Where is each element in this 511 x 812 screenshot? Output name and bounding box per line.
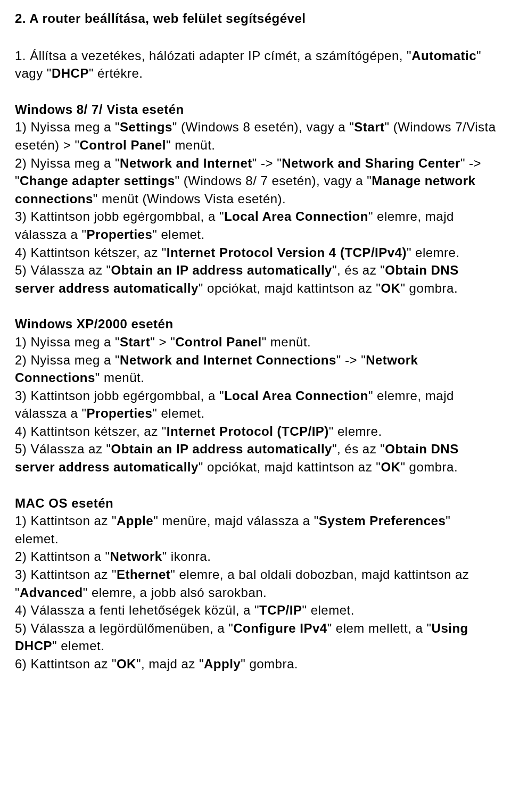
winxp-s3: 3) Kattintson jobb egérgombbal, a "Local… xyxy=(15,387,497,422)
t: " elemre. xyxy=(329,424,382,438)
t: 4) Válassza a fenti lehetőségek közül, a… xyxy=(15,603,259,617)
mac-s5: 5) Válassza a legördülőmenüben, a "Confi… xyxy=(15,619,497,655)
t: 3) Kattintson jobb egérgombbal, a " xyxy=(15,388,224,403)
b: OK xyxy=(381,460,400,474)
b: Obtain an IP address automatically xyxy=(111,263,332,277)
t: " menüt. xyxy=(95,370,145,385)
winxp-s4: 4) Kattintson kétszer, az "Internet Prot… xyxy=(15,422,497,441)
t: " (Windows 8/ 7 esetén), vagy a " xyxy=(175,173,372,188)
win87-block: Windows 8/ 7/ Vista esetén 1) Nyissa meg… xyxy=(15,101,497,297)
b: Internet Protocol Version 4 (TCP/IPv4) xyxy=(167,245,407,260)
intro-paragraph: 1. Állítsa a vezetékes, hálózati adapter… xyxy=(15,47,497,82)
t: " gombra. xyxy=(241,657,298,671)
b: Network and Internet Connections xyxy=(120,353,336,367)
mac-s2: 2) Kattintson a "Network" ikonra. xyxy=(15,548,497,566)
t: " elemet. xyxy=(152,406,204,420)
t: " menüt. xyxy=(262,335,311,349)
b: Control Panel xyxy=(79,138,166,152)
win87-heading: Windows 8/ 7/ Vista esetén xyxy=(15,101,497,119)
b: Network xyxy=(110,549,162,564)
win87-s2: 2) Nyissa meg a "Network and Internet" -… xyxy=(15,154,497,208)
win87-s5: 5) Válassza az "Obtain an IP address aut… xyxy=(15,261,497,297)
t: 2) Nyissa meg a " xyxy=(15,353,120,367)
win87-s3: 3) Kattintson jobb egérgombbal, a "Local… xyxy=(15,208,497,243)
t: " elem mellett, a " xyxy=(327,621,432,635)
b: Configure IPv4 xyxy=(233,621,327,635)
intro-t1: 1. Állítsa a vezetékes, hálózati adapter… xyxy=(15,48,411,63)
b: Network and Sharing Center xyxy=(282,156,460,170)
b: Internet Protocol (TCP/IP) xyxy=(167,424,329,438)
b: Start xyxy=(354,120,384,134)
t: " menüt (Windows Vista esetén). xyxy=(93,192,286,206)
b: Advanced xyxy=(20,585,83,600)
t: 1) Kattintson az " xyxy=(15,513,117,528)
mac-s4: 4) Válassza a fenti lehetőségek közül, a… xyxy=(15,601,497,619)
b: Ethernet xyxy=(117,567,170,582)
t: " gombra. xyxy=(400,281,458,295)
b: System Preferences xyxy=(319,513,446,528)
t: " menüre, majd válassza a " xyxy=(153,513,319,528)
winxp-s2: 2) Nyissa meg a "Network and Internet Co… xyxy=(15,351,497,387)
t: 2) Nyissa meg a " xyxy=(15,156,120,170)
t: 4) Kattintson kétszer, az " xyxy=(15,245,167,260)
t: 3) Kattintson jobb egérgombbal, a " xyxy=(15,209,224,223)
t: 2) Kattintson a " xyxy=(15,549,110,564)
t: " gombra. xyxy=(400,460,458,474)
intro-b2: DHCP xyxy=(52,66,89,80)
winxp-s1: 1) Nyissa meg a "Start" > "Control Panel… xyxy=(15,333,497,351)
winxp-heading: Windows XP/2000 esetén xyxy=(15,315,497,333)
t: 4) Kattintson kétszer, az " xyxy=(15,424,167,438)
t: 1) Nyissa meg a " xyxy=(15,335,120,349)
t: " elemre, a jobb alsó sarokban. xyxy=(83,585,267,600)
b: Local Area Connection xyxy=(224,388,368,403)
b: Start xyxy=(120,335,150,349)
win87-s4: 4) Kattintson kétszer, az "Internet Prot… xyxy=(15,244,497,262)
b: Properties xyxy=(87,406,153,420)
t: 5) Válassza az " xyxy=(15,263,111,277)
t: 1) Nyissa meg a " xyxy=(15,120,120,134)
t: ", majd az " xyxy=(136,657,204,671)
b: Network and Internet xyxy=(120,156,252,170)
b: Control Panel xyxy=(175,335,262,349)
t: 3) Kattintson az " xyxy=(15,567,117,582)
b: Apple xyxy=(117,513,153,528)
t: " opciókat, majd kattintson az " xyxy=(199,460,381,474)
b: Change adapter settings xyxy=(20,173,175,188)
t: " ikonra. xyxy=(162,549,211,564)
t: " elemet. xyxy=(302,603,354,617)
t: " elemet. xyxy=(52,639,104,653)
t: " menüt. xyxy=(166,138,216,152)
t: " -> " xyxy=(252,156,282,170)
t: " elemet. xyxy=(152,227,204,242)
win87-s1: 1) Nyissa meg a "Settings" (Windows 8 es… xyxy=(15,118,497,154)
winxp-block: Windows XP/2000 esetén 1) Nyissa meg a "… xyxy=(15,315,497,476)
t: 6) Kattintson az " xyxy=(15,657,117,671)
intro-t3: " értékre. xyxy=(89,66,143,80)
mac-block: MAC OS esetén 1) Kattintson az "Apple" m… xyxy=(15,494,497,673)
t: " > " xyxy=(150,335,175,349)
b: OK xyxy=(381,281,400,295)
b: Properties xyxy=(87,227,153,242)
t: " -> " xyxy=(336,353,366,367)
mac-s3: 3) Kattintson az "Ethernet" elemre, a ba… xyxy=(15,566,497,601)
intro-b1: Automatic xyxy=(411,48,476,63)
mac-s6: 6) Kattintson az "OK", majd az "Apply" g… xyxy=(15,655,497,673)
winxp-s5: 5) Válassza az "Obtain an IP address aut… xyxy=(15,440,497,476)
t: ", és az " xyxy=(332,442,385,456)
b: Local Area Connection xyxy=(224,209,368,223)
mac-heading: MAC OS esetén xyxy=(15,494,497,512)
t: " elemre. xyxy=(407,245,460,260)
b: OK xyxy=(117,657,136,671)
b: TCP/IP xyxy=(259,603,302,617)
t: 5) Válassza az " xyxy=(15,442,111,456)
t: ", és az " xyxy=(332,263,385,277)
t: 5) Válassza a legördülőmenüben, a " xyxy=(15,621,233,635)
mac-s1: 1) Kattintson az "Apple" menüre, majd vá… xyxy=(15,512,497,548)
b: Apply xyxy=(204,657,241,671)
b: Obtain an IP address automatically xyxy=(111,442,332,456)
t: " opciókat, majd kattintson az " xyxy=(199,281,381,295)
b: Settings xyxy=(120,120,172,134)
page-title: 2. A router beállítása, web felület segí… xyxy=(15,10,497,28)
t: " (Windows 8 esetén), vagy a " xyxy=(172,120,355,134)
